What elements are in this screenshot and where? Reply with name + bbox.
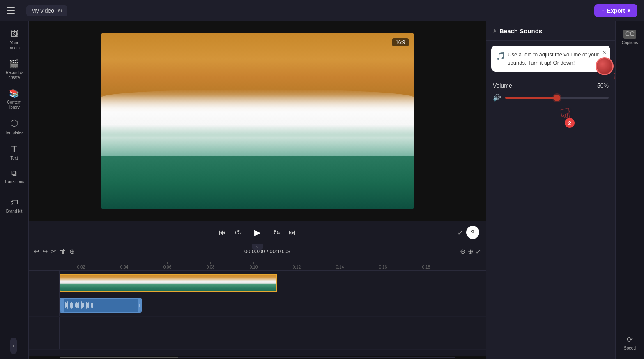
waveform-bar — [66, 303, 67, 307]
cut-button[interactable]: ✂ — [51, 248, 56, 255]
volume-slider-fill — [505, 97, 557, 99]
music-icon: ♪ — [493, 27, 496, 35]
wave-overlay2 — [101, 119, 414, 156]
forward-5s-button[interactable]: ↻5 — [273, 229, 280, 236]
help-button[interactable]: ? — [466, 226, 479, 239]
waveform-bar — [90, 302, 90, 308]
zoom-out-button[interactable]: ⊖ — [460, 248, 465, 255]
waveform-bar — [87, 303, 88, 308]
video-clip-border — [60, 274, 277, 292]
right-panel-title: Beach Sounds — [499, 28, 542, 35]
waveform-bar — [82, 303, 83, 308]
playhead[interactable] — [60, 259, 60, 270]
main-content: 🖼 Your media 🎬 Record &create 📚 Contentl… — [0, 21, 644, 359]
waveform-bar — [88, 302, 89, 308]
audio-handle-left[interactable]: | — [60, 299, 64, 312]
templates-icon: ⬡ — [10, 118, 18, 129]
right-panel: ♪ Beach Sounds 🎵 Use audio to adjust the… — [486, 21, 615, 359]
captions-button[interactable]: CC Captions — [618, 26, 642, 49]
project-name: My video — [31, 7, 54, 14]
sidebar-item-text[interactable]: T Text — [2, 140, 27, 164]
waveform-bar — [80, 303, 80, 308]
waveform-bar — [71, 302, 72, 309]
ruler-mark: 0:08 — [189, 262, 232, 270]
volume-label: Volume — [493, 82, 512, 89]
fullscreen-button[interactable]: ⤢ — [458, 229, 463, 236]
skip-to-end-button[interactable]: ⏭ — [288, 228, 296, 237]
volume-section: Volume 50% 🔊 — [486, 76, 615, 107]
ruler-marks: 0:02 0:04 0:06 0:08 0:10 0:12 0:14 0:16 … — [29, 259, 448, 270]
menu-button[interactable] — [7, 4, 20, 17]
sidebar-collapse-button[interactable]: › — [10, 338, 17, 354]
callout-content: 🎵 Use audio to adjust the volume of your… — [496, 51, 605, 67]
waveform-bar — [65, 302, 66, 308]
ruler-mark: 0:04 — [103, 262, 146, 270]
topbar: My video ↻ ↑ Export ▾ — [0, 0, 644, 21]
volume-percent: 50% — [597, 82, 609, 89]
ruler-mark: 0:18 — [405, 262, 448, 270]
sidebar-item-record-create[interactable]: 🎬 Record &create — [2, 56, 27, 83]
empty-track-content — [60, 317, 486, 349]
video-clip[interactable] — [60, 274, 277, 292]
export-button[interactable]: ↑ Export ▾ — [594, 4, 637, 17]
far-right-panel: CC Captions ⟳ Speed — [615, 21, 644, 359]
sidebar-item-content-library[interactable]: 📚 Contentlibrary — [2, 85, 27, 113]
ruler-mark: 0:12 — [275, 262, 318, 270]
tooltip-close-button[interactable]: × — [603, 49, 606, 56]
cursor-badge-2: 2 — [565, 118, 575, 128]
playback-controls: ⏮ ↺5 ▶ ↻5 ⏭ ⤢ ? ∨ — [29, 221, 486, 244]
sidebar-item-your-media[interactable]: 🖼 Your media — [2, 26, 27, 54]
undo-button[interactable]: ↩ — [34, 248, 39, 255]
redo-button[interactable]: ↪ — [42, 248, 48, 255]
refresh-icon: ↻ — [58, 7, 62, 14]
scrollbar-track[interactable] — [60, 357, 455, 358]
ruler-mark: 0:14 — [318, 262, 361, 270]
sidebar-item-brand-kit[interactable]: 🏷 Brand kit — [2, 195, 27, 217]
video-track-row — [29, 271, 486, 295]
waveform-bar — [69, 302, 69, 308]
fit-to-screen-button[interactable]: ⤢ — [476, 248, 481, 255]
audio-track-content: | — [60, 295, 486, 316]
right-panel-body: 🎵 Use audio to adjust the volume of your… — [486, 41, 615, 359]
transitions-icon: ⧉ — [12, 169, 17, 178]
ruler-mark: 0:16 — [361, 262, 405, 270]
volume-slider-thumb[interactable] — [554, 95, 560, 101]
waveform-bar — [91, 303, 92, 308]
audio-clip[interactable]: | — [60, 298, 142, 313]
sidebar-item-transitions[interactable]: ⧉ Transitions — [2, 166, 27, 188]
volume-row: 🔊 — [493, 94, 609, 102]
upload-icon: ↑ — [602, 7, 605, 14]
skip-to-start-button[interactable]: ⏮ — [219, 228, 226, 237]
left-sidebar: 🖼 Your media 🎬 Record &create 📚 Contentl… — [0, 21, 29, 359]
waveform-bar — [70, 303, 71, 308]
collapse-panel-button[interactable]: ∨ — [252, 244, 263, 250]
total-time: 00:10.03 — [269, 248, 290, 255]
audio-handle-right[interactable]: | — [138, 299, 141, 312]
timeline-area: ↩ ↪ ✂ 🗑 ⊕ 00:00.00 / 00:10.03 ⊖ ⊕ ⤢ — [29, 244, 486, 359]
media-icon: 🖼 — [10, 30, 18, 39]
sidebar-item-templates[interactable]: ⬡ Templates — [2, 115, 27, 139]
empty-track-label — [29, 317, 60, 349]
record-icon: 🎬 — [9, 59, 19, 69]
project-title[interactable]: My video ↻ — [26, 5, 67, 16]
audio-waveform — [64, 301, 93, 309]
ruler-mark: 0:10 — [232, 262, 275, 270]
text-icon: T — [12, 144, 17, 154]
duplicate-button[interactable]: ⊕ — [69, 248, 75, 255]
zoom-controls: ⊖ ⊕ ⤢ — [460, 248, 481, 255]
speaker-icon: 🔊 — [493, 94, 501, 102]
waveform-bar — [81, 301, 82, 309]
delete-button[interactable]: 🗑 — [60, 248, 66, 255]
waveform-bar — [64, 303, 64, 308]
rewind-5s-button[interactable]: ↺5 — [235, 229, 242, 236]
audio-track-row: | — [29, 295, 486, 317]
scrollbar-thumb[interactable] — [60, 357, 178, 358]
speed-button[interactable]: ⟳ Speed — [618, 332, 642, 354]
play-pause-button[interactable]: ▶ — [250, 225, 265, 240]
callout-text: Use audio to adjust the volume of your s… — [508, 51, 605, 67]
volume-slider[interactable] — [505, 97, 609, 99]
waveform-bar — [72, 303, 73, 308]
video-preview: 16:9 — [29, 21, 486, 221]
timeline-ruler: 0:02 0:04 0:06 0:08 0:10 0:12 0:14 0:16 … — [29, 259, 486, 271]
zoom-in-button[interactable]: ⊕ — [468, 248, 473, 255]
